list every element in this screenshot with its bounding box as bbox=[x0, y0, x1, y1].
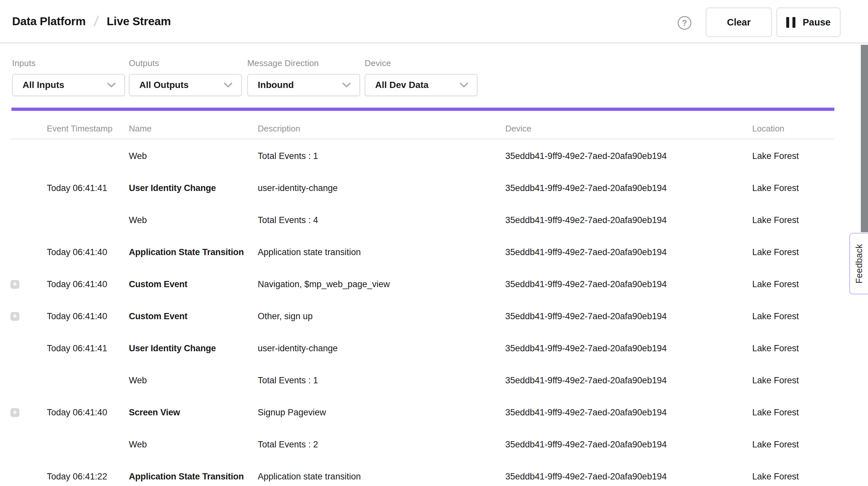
inputs-select[interactable]: All Inputs bbox=[12, 74, 125, 96]
cell-description: user-identity-change bbox=[258, 183, 505, 193]
table-row: WebTotal Events : 135eddb41-9ff9-49e2-7a… bbox=[10, 364, 834, 396]
cell-event-timestamp: Today 06:41:40 bbox=[47, 247, 129, 257]
clear-button-label: Clear bbox=[727, 17, 751, 28]
device-select[interactable]: All Dev Data bbox=[365, 74, 477, 96]
filter-outputs: Outputs All Outputs bbox=[129, 58, 242, 96]
filter-inputs: Inputs All Inputs bbox=[12, 58, 125, 96]
cell-location: Lake Forest bbox=[752, 247, 834, 257]
vertical-scrollbar-thumb[interactable] bbox=[861, 45, 868, 232]
table-row: WebTotal Events : 235eddb41-9ff9-49e2-7a… bbox=[10, 428, 834, 460]
column-header-event-timestamp: Event Timestamp bbox=[47, 124, 129, 134]
cell-location: Lake Forest bbox=[752, 311, 834, 322]
cell-event-timestamp: Today 06:41:40 bbox=[47, 279, 129, 290]
cell-device: 35eddb41-9ff9-49e2-7aed-20afa90eb194 bbox=[505, 183, 752, 193]
chevron-down-icon bbox=[107, 83, 116, 88]
table-row: Today 06:41:41User Identity Changeuser-i… bbox=[10, 332, 834, 364]
table-row: Today 06:41:41User Identity Changeuser-i… bbox=[10, 172, 834, 204]
table-row: +Today 06:41:40Custom EventOther, sign u… bbox=[10, 300, 834, 332]
cell-location: Lake Forest bbox=[752, 407, 834, 418]
message-direction-select[interactable]: Inbound bbox=[247, 74, 360, 96]
table-header: Event Timestamp Name Description Device … bbox=[10, 118, 834, 139]
expand-cell: + bbox=[10, 280, 47, 289]
cell-device: 35eddb41-9ff9-49e2-7aed-20afa90eb194 bbox=[505, 247, 752, 257]
cell-location: Lake Forest bbox=[752, 215, 834, 225]
expand-row-button[interactable]: + bbox=[10, 408, 19, 417]
expand-row-button[interactable]: + bbox=[10, 280, 19, 289]
cell-description: Application state transition bbox=[258, 472, 505, 482]
table-row: WebTotal Events : 135eddb41-9ff9-49e2-7a… bbox=[10, 140, 834, 172]
cell-location: Lake Forest bbox=[752, 183, 834, 193]
help-icon[interactable]: ? bbox=[678, 16, 691, 30]
filter-message-direction-label: Message Direction bbox=[247, 58, 360, 68]
table-row: +Today 06:41:40Custom EventNavigation, $… bbox=[10, 268, 834, 300]
cell-description: Signup Pageview bbox=[258, 407, 505, 418]
question-mark-glyph: ? bbox=[682, 18, 687, 28]
expand-row-button[interactable]: + bbox=[10, 312, 19, 321]
column-header-name: Name bbox=[129, 124, 258, 134]
filter-inputs-label: Inputs bbox=[12, 58, 125, 68]
cell-event-timestamp: Today 06:41:40 bbox=[47, 311, 129, 322]
cell-device: 35eddb41-9ff9-49e2-7aed-20afa90eb194 bbox=[505, 279, 752, 290]
chevron-down-icon bbox=[342, 83, 351, 88]
expand-cell: + bbox=[10, 312, 47, 321]
pause-button-label: Pause bbox=[803, 17, 830, 28]
cell-device: 35eddb41-9ff9-49e2-7aed-20afa90eb194 bbox=[505, 375, 752, 386]
cell-name: Application State Transition bbox=[129, 472, 258, 482]
breadcrumb-parent[interactable]: Data Platform bbox=[12, 15, 86, 28]
cell-location: Lake Forest bbox=[752, 151, 834, 161]
cell-event-timestamp: Today 06:41:22 bbox=[47, 472, 129, 482]
chevron-down-icon bbox=[460, 83, 468, 88]
cell-event-timestamp: Today 06:41:41 bbox=[47, 343, 129, 354]
plus-icon: + bbox=[12, 312, 17, 320]
column-header-description: Description bbox=[258, 124, 505, 134]
page-title: Live Stream bbox=[106, 15, 171, 28]
cell-name: Screen View bbox=[129, 407, 258, 418]
table-row: Today 06:41:40Application State Transiti… bbox=[10, 236, 834, 268]
cell-name: Custom Event bbox=[129, 311, 258, 322]
breadcrumb: Data Platform / Live Stream bbox=[12, 13, 171, 29]
breadcrumb-separator-icon: / bbox=[93, 13, 99, 29]
table-rows: WebTotal Events : 135eddb41-9ff9-49e2-7a… bbox=[10, 140, 834, 486]
cell-event-timestamp: Today 06:41:41 bbox=[47, 183, 129, 193]
cell-name: Web bbox=[129, 215, 258, 225]
cell-device: 35eddb41-9ff9-49e2-7aed-20afa90eb194 bbox=[505, 407, 752, 418]
cell-name: User Identity Change bbox=[129, 343, 258, 354]
table-row: Today 06:41:22Application State Transiti… bbox=[10, 460, 834, 486]
cell-description: Other, sign up bbox=[258, 311, 505, 322]
column-header-device: Device bbox=[505, 124, 752, 134]
clear-button[interactable]: Clear bbox=[706, 7, 772, 37]
table-row: +Today 06:41:40Screen ViewSignup Pagevie… bbox=[10, 396, 834, 428]
cell-name: Web bbox=[129, 439, 258, 450]
cell-description: Total Events : 4 bbox=[258, 215, 505, 225]
cell-location: Lake Forest bbox=[752, 439, 834, 450]
filter-outputs-label: Outputs bbox=[129, 58, 242, 68]
cell-location: Lake Forest bbox=[752, 375, 834, 386]
cell-description: Application state transition bbox=[258, 247, 505, 257]
feedback-tab[interactable]: Feedback bbox=[849, 233, 868, 294]
cell-name: Web bbox=[129, 375, 258, 386]
outputs-select[interactable]: All Outputs bbox=[129, 74, 242, 96]
feedback-tab-label: Feedback bbox=[854, 244, 864, 283]
table-row: WebTotal Events : 435eddb41-9ff9-49e2-7a… bbox=[10, 204, 834, 236]
cell-location: Lake Forest bbox=[752, 472, 834, 482]
cell-description: Total Events : 1 bbox=[258, 375, 505, 386]
cell-location: Lake Forest bbox=[752, 343, 834, 354]
cell-name: Web bbox=[129, 151, 258, 161]
cell-device: 35eddb41-9ff9-49e2-7aed-20afa90eb194 bbox=[505, 151, 752, 161]
cell-name: User Identity Change bbox=[129, 183, 258, 193]
cell-name: Custom Event bbox=[129, 279, 258, 290]
live-stream-progress-bar bbox=[11, 108, 834, 111]
cell-description: user-identity-change bbox=[258, 343, 505, 354]
cell-device: 35eddb41-9ff9-49e2-7aed-20afa90eb194 bbox=[505, 343, 752, 354]
plus-icon: + bbox=[12, 280, 17, 288]
message-direction-select-value: Inbound bbox=[258, 80, 294, 90]
cell-device: 35eddb41-9ff9-49e2-7aed-20afa90eb194 bbox=[505, 439, 752, 450]
cell-device: 35eddb41-9ff9-49e2-7aed-20afa90eb194 bbox=[505, 215, 752, 225]
cell-name: Application State Transition bbox=[129, 247, 258, 257]
pause-button[interactable]: Pause bbox=[776, 7, 840, 37]
column-header-location: Location bbox=[752, 124, 834, 134]
pause-icon bbox=[786, 17, 796, 28]
cell-description: Total Events : 2 bbox=[258, 439, 505, 450]
cell-location: Lake Forest bbox=[752, 279, 834, 290]
cell-device: 35eddb41-9ff9-49e2-7aed-20afa90eb194 bbox=[505, 472, 752, 482]
